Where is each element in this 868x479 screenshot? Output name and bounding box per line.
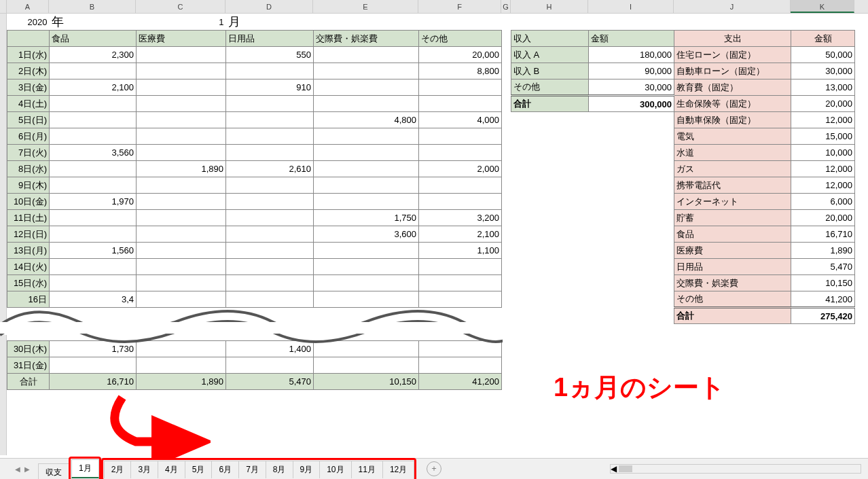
outgo-value[interactable]: 20,000 xyxy=(791,210,855,226)
col-header-I[interactable]: I xyxy=(588,0,674,13)
tab-nav-buttons[interactable]: ◀ ▶ xyxy=(14,465,31,473)
expense-cell[interactable]: 1,750 xyxy=(314,210,419,226)
expense-cell[interactable] xyxy=(226,194,314,210)
outgo-value[interactable]: 15,000 xyxy=(791,128,855,145)
expense-cell[interactable] xyxy=(419,96,502,112)
expense-cell[interactable]: 1,970 xyxy=(50,194,137,210)
expense-cell[interactable] xyxy=(50,177,137,194)
expense-cell[interactable] xyxy=(137,96,226,112)
income-value[interactable]: 30,000 xyxy=(589,79,674,96)
expense-cell[interactable] xyxy=(314,275,419,291)
expense-cell[interactable] xyxy=(226,291,314,308)
expense-cell[interactable] xyxy=(50,275,137,291)
expense-cell[interactable] xyxy=(50,357,137,374)
expense-cell[interactable] xyxy=(226,275,314,291)
expense-cell[interactable] xyxy=(137,63,226,79)
expense-cell[interactable]: 4,000 xyxy=(419,112,502,128)
sheet-tab[interactable]: 10月 xyxy=(319,461,351,478)
expense-cell[interactable] xyxy=(137,243,226,259)
expense-cell[interactable] xyxy=(137,341,226,357)
expense-cell[interactable] xyxy=(419,341,502,357)
income-value[interactable]: 180,000 xyxy=(589,47,674,63)
expense-cell[interactable] xyxy=(226,112,314,128)
horizontal-scrollbar[interactable]: ◀ xyxy=(610,464,861,474)
expense-cell[interactable] xyxy=(226,96,314,112)
outgo-value[interactable]: 30,000 xyxy=(791,63,855,79)
sheet-tab[interactable]: 9月 xyxy=(293,461,321,478)
expense-cell[interactable] xyxy=(226,259,314,275)
expense-cell[interactable] xyxy=(226,226,314,243)
col-header-J[interactable]: J xyxy=(674,0,791,13)
outgo-value[interactable]: 5,470 xyxy=(791,259,855,275)
tab-nav-prev-icon[interactable]: ◀ xyxy=(14,465,22,473)
expense-cell[interactable] xyxy=(137,275,226,291)
sheet-tab[interactable]: 2月 xyxy=(104,461,132,478)
expense-cell[interactable] xyxy=(419,357,502,374)
expense-cell[interactable] xyxy=(137,210,226,226)
expense-cell[interactable] xyxy=(314,79,419,96)
expense-cell[interactable] xyxy=(50,63,137,79)
expense-cell[interactable]: 2,610 xyxy=(226,161,314,177)
expense-cell[interactable] xyxy=(137,357,226,374)
income-value[interactable]: 90,000 xyxy=(589,63,674,79)
expense-cell[interactable] xyxy=(137,226,226,243)
expense-cell[interactable] xyxy=(314,177,419,194)
outgo-value[interactable]: 50,000 xyxy=(791,47,855,63)
outgo-value[interactable]: 12,000 xyxy=(791,177,855,194)
expense-cell[interactable] xyxy=(314,259,419,275)
col-header-G[interactable]: G xyxy=(501,0,511,13)
sheet-tab[interactable]: 12月 xyxy=(382,461,414,478)
col-header-A[interactable]: A xyxy=(7,0,49,13)
expense-cell[interactable] xyxy=(137,145,226,161)
add-sheet-button[interactable]: ＋ xyxy=(427,461,441,476)
expense-cell[interactable] xyxy=(419,291,502,308)
expense-cell[interactable] xyxy=(226,145,314,161)
outgo-value[interactable]: 16,710 xyxy=(791,226,855,243)
expense-cell[interactable] xyxy=(50,161,137,177)
expense-cell[interactable]: 1,400 xyxy=(226,341,314,357)
month-cell[interactable]: 1 xyxy=(137,14,226,31)
spreadsheet-area[interactable]: 2020 年 1 月 食品医療費日用品交際費・娯楽費その他収入金額支出金額 1日… xyxy=(7,14,868,455)
expense-cell[interactable] xyxy=(226,243,314,259)
outgo-value[interactable]: 12,000 xyxy=(791,161,855,177)
sheet-tab[interactable]: 4月 xyxy=(158,461,185,478)
expense-cell[interactable] xyxy=(137,259,226,275)
expense-cell[interactable] xyxy=(314,47,419,63)
outgo-value[interactable]: 1,890 xyxy=(791,243,855,259)
expense-cell[interactable] xyxy=(314,357,419,374)
expense-cell[interactable] xyxy=(137,177,226,194)
outgo-value[interactable]: 10,000 xyxy=(791,145,855,161)
expense-cell[interactable] xyxy=(419,128,502,145)
expense-cell[interactable] xyxy=(137,79,226,96)
expense-cell[interactable]: 550 xyxy=(226,47,314,63)
col-header-F[interactable]: F xyxy=(418,0,501,13)
expense-cell[interactable] xyxy=(314,341,419,357)
expense-cell[interactable]: 20,000 xyxy=(419,47,502,63)
expense-cell[interactable]: 2,100 xyxy=(419,226,502,243)
expense-cell[interactable] xyxy=(226,63,314,79)
expense-cell[interactable] xyxy=(50,210,137,226)
expense-cell[interactable] xyxy=(314,161,419,177)
col-header-C[interactable]: C xyxy=(136,0,225,13)
outgo-value[interactable]: 12,000 xyxy=(791,112,855,128)
expense-cell[interactable] xyxy=(137,128,226,145)
expense-cell[interactable] xyxy=(226,177,314,194)
expense-cell[interactable] xyxy=(137,47,226,63)
sheet-tab[interactable]: 収支 xyxy=(38,463,69,479)
expense-cell[interactable]: 2,300 xyxy=(50,47,137,63)
expense-cell[interactable]: 1,100 xyxy=(419,243,502,259)
expense-cell[interactable]: 3,560 xyxy=(50,145,137,161)
expense-cell[interactable] xyxy=(419,194,502,210)
expense-cell[interactable] xyxy=(226,128,314,145)
expense-cell[interactable] xyxy=(50,112,137,128)
expense-cell[interactable] xyxy=(226,210,314,226)
expense-cell[interactable]: 8,800 xyxy=(419,63,502,79)
outgo-value[interactable]: 13,000 xyxy=(791,79,855,96)
outgo-value[interactable]: 10,150 xyxy=(791,275,855,291)
expense-cell[interactable] xyxy=(314,63,419,79)
expense-cell[interactable]: 3,200 xyxy=(419,210,502,226)
expense-cell[interactable] xyxy=(137,194,226,210)
expense-cell[interactable] xyxy=(419,79,502,96)
expense-cell[interactable] xyxy=(137,291,226,308)
expense-cell[interactable]: 2,000 xyxy=(419,161,502,177)
